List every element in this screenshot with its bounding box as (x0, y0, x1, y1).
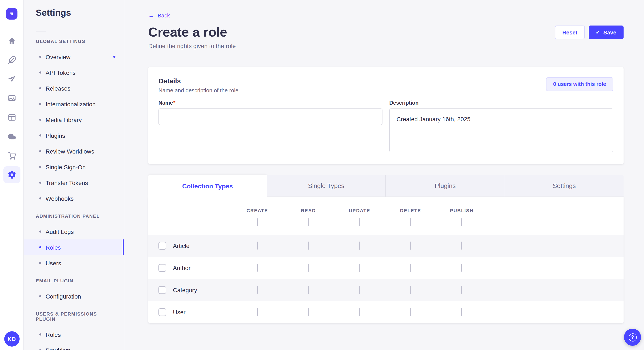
back-link[interactable]: ← Back (148, 12, 170, 18)
description-label: Description (389, 100, 613, 106)
permission-checkbox-user-delete[interactable] (410, 308, 411, 316)
bullet-icon (39, 87, 41, 89)
sidebar-item-api-tokens[interactable]: API Tokens (24, 65, 124, 80)
description-textarea[interactable]: Created January 16th, 2025 (389, 108, 613, 152)
tab-collection-types[interactable]: Collection Types (148, 175, 267, 197)
check-icon: ✓ (596, 29, 600, 35)
permission-checkbox-category-read[interactable] (308, 286, 309, 294)
name-input[interactable] (158, 108, 382, 125)
permissions-tabs: Collection Types Single Types Plugins Se… (148, 175, 624, 197)
details-card: Details Name and description of the role… (148, 67, 624, 164)
permission-checkbox-article-update[interactable] (359, 242, 360, 250)
paper-plane-icon[interactable] (3, 71, 20, 88)
sidebar-item-configuration[interactable]: Configuration (24, 288, 124, 304)
page-title: Create a role (148, 25, 227, 40)
permission-checkbox-author-read[interactable] (308, 264, 309, 272)
permission-checkbox-author-create[interactable] (257, 264, 258, 272)
bullet-icon (39, 197, 41, 199)
select-all-create-checkbox[interactable] (257, 218, 258, 226)
row-checkbox[interactable] (158, 242, 166, 250)
feather-icon[interactable] (3, 51, 20, 68)
help-button[interactable]: ? (624, 329, 641, 346)
permission-checkbox-article-delete[interactable] (410, 242, 411, 250)
permission-checkbox-user-create[interactable] (257, 308, 258, 316)
tab-plugins[interactable]: Plugins (386, 175, 505, 197)
bullet-icon (39, 230, 41, 233)
permission-checkbox-category-update[interactable] (359, 286, 360, 294)
select-all-publish-checkbox[interactable] (461, 218, 462, 226)
sidebar-item-roles-up[interactable]: Roles (24, 327, 124, 342)
cloud-icon[interactable] (3, 128, 20, 145)
sidebar-item-review-workflows[interactable]: Review Workflows (24, 143, 124, 159)
app-window: KD Settings GLOBAL SETTINGS Overview API… (0, 0, 644, 350)
sidebar-item-audit-logs[interactable]: Audit Logs (24, 224, 124, 239)
main-content: ← Back Create a role Reset ✓ Save Define… (124, 0, 644, 350)
permission-checkbox-category-publish[interactable] (461, 286, 462, 294)
sidebar-item-plugins[interactable]: Plugins (24, 128, 124, 143)
row-checkbox[interactable] (158, 286, 166, 294)
sidebar-item-transfer-tokens[interactable]: Transfer Tokens (24, 175, 124, 190)
permission-checkbox-article-read[interactable] (308, 242, 309, 250)
sidebar-item-overview[interactable]: Overview (24, 49, 124, 65)
reset-button[interactable]: Reset (555, 25, 584, 39)
row-checkbox[interactable] (158, 308, 166, 316)
cart-icon[interactable] (3, 147, 20, 164)
sidebar-item-users[interactable]: Users (24, 255, 124, 271)
sidebar-item-webhooks[interactable]: Webhooks (24, 190, 124, 206)
bullet-icon (39, 134, 41, 137)
strapi-logo-icon (8, 11, 15, 17)
row-checkbox[interactable] (158, 264, 166, 272)
active-indicator (123, 239, 124, 255)
users-with-role-button[interactable]: 0 users with this role (546, 77, 613, 91)
sidebar-title: Settings (24, 0, 124, 18)
sidebar-item-internationalization[interactable]: Internationalization (24, 96, 124, 112)
user-avatar[interactable]: KD (4, 331, 20, 347)
media-library-icon[interactable] (3, 90, 20, 107)
column-header-update: UPDATE (349, 208, 370, 213)
select-all-delete-checkbox[interactable] (410, 218, 411, 226)
settings-sidebar: Settings GLOBAL SETTINGS Overview API To… (24, 0, 124, 350)
sidebar-title-divider (36, 31, 46, 31)
layout-icon[interactable] (3, 109, 20, 126)
sidebar-item-providers[interactable]: Providers (24, 342, 124, 350)
bullet-icon (39, 166, 41, 168)
bullet-icon (39, 181, 41, 184)
permission-checkbox-user-read[interactable] (308, 308, 309, 316)
permission-checkbox-article-create[interactable] (257, 242, 258, 250)
sidebar-item-single-sign-on[interactable]: Single Sign-On (24, 159, 124, 175)
strapi-logo[interactable] (6, 8, 18, 19)
bullet-icon (39, 56, 41, 58)
back-arrow-icon: ← (148, 12, 154, 18)
permission-checkbox-user-publish[interactable] (461, 308, 462, 316)
sidebar-item-roles-admin[interactable]: Roles (24, 239, 124, 255)
save-button[interactable]: ✓ Save (588, 25, 624, 39)
bullet-icon (39, 119, 41, 121)
select-all-update-checkbox[interactable] (359, 218, 360, 226)
permission-checkbox-author-delete[interactable] (410, 264, 411, 272)
permission-checkbox-category-delete[interactable] (410, 286, 411, 294)
permission-checkbox-category-create[interactable] (257, 286, 258, 294)
permission-checkbox-author-publish[interactable] (461, 264, 462, 272)
gear-icon[interactable] (3, 166, 20, 183)
table-row-user: User (148, 301, 624, 323)
row-label: Author (173, 265, 190, 271)
row-label: User (173, 309, 186, 316)
tab-settings[interactable]: Settings (505, 175, 624, 197)
column-header-read: READ (301, 208, 316, 213)
sidebar-item-media-library[interactable]: Media Library (24, 112, 124, 128)
bullet-icon (39, 103, 41, 105)
tab-single-types[interactable]: Single Types (267, 175, 386, 197)
question-mark-icon: ? (628, 333, 636, 341)
select-all-read-checkbox[interactable] (308, 218, 309, 226)
permission-checkbox-user-update[interactable] (359, 308, 360, 316)
row-label: Category (173, 287, 197, 293)
bullet-icon (39, 262, 41, 264)
sidebar-item-releases[interactable]: Releases (24, 80, 124, 96)
permission-checkbox-author-update[interactable] (359, 264, 360, 272)
home-icon[interactable] (3, 32, 20, 49)
column-header-delete: DELETE (400, 208, 421, 213)
logo-section (0, 0, 24, 28)
details-subtitle: Name and description of the role (158, 87, 238, 94)
permission-checkbox-article-publish[interactable] (461, 242, 462, 250)
column-header-publish: PUBLISH (450, 208, 474, 213)
